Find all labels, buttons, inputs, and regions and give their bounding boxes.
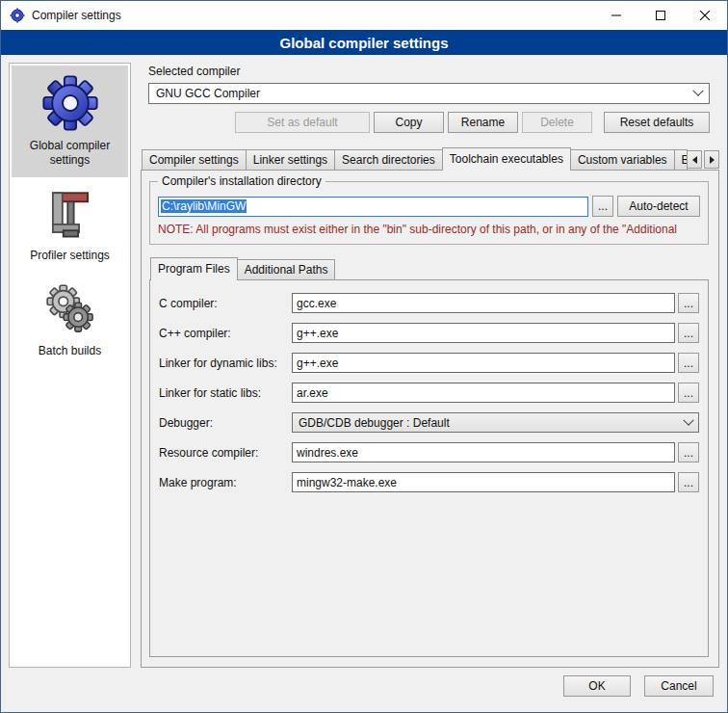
field-value: GDB/CDB debugger : Default (299, 416, 685, 430)
chevron-down-icon (692, 86, 703, 96)
main-tab-bar: Compiler settings Linker settings Search… (141, 147, 719, 170)
c-compiler-browse-button[interactable]: ... (678, 293, 699, 313)
make-program-input[interactable]: mingw32-make.exe (292, 472, 675, 492)
maximize-button[interactable] (638, 1, 683, 30)
program-files-tab-bar: Program Files Additional Paths (149, 257, 709, 279)
selected-text: C:\raylib\MinGW (161, 199, 247, 213)
field-value: ar.exe (297, 386, 328, 400)
note-text: NOTE: All programs must exist either in … (158, 223, 700, 236)
minimize-icon (611, 11, 621, 20)
delete-button[interactable]: Delete (522, 112, 592, 133)
ok-button[interactable]: OK (563, 675, 631, 697)
field-value: windres.exe (297, 446, 358, 460)
linker-static-browse-button[interactable]: ... (678, 383, 699, 403)
close-icon (700, 11, 710, 20)
form-row-linker-static: Linker for static libs: ar.exe ... (159, 383, 699, 403)
resource-compiler-input[interactable]: windres.exe (292, 442, 675, 462)
dialog-footer: OK Cancel (1, 672, 727, 712)
selected-compiler-value: GNU GCC Compiler (156, 87, 694, 100)
cpp-compiler-browse-button[interactable]: ... (678, 323, 699, 343)
clamp-tool-icon (42, 186, 98, 242)
main-panel: Selected compiler GNU GCC Compiler Set a… (141, 63, 719, 668)
selected-compiler-select[interactable]: GNU GCC Compiler (148, 83, 710, 104)
sidebar-item-batch-builds[interactable]: Batch builds (12, 273, 128, 368)
form-row-linker-dynamic: Linker for dynamic libs: g++.exe ... (159, 353, 699, 373)
program-files-panel: C compiler: gcc.exe ... C++ compiler: g+… (149, 279, 709, 657)
set-as-default-button[interactable]: Set as default (235, 112, 370, 133)
gray-gears-icon (42, 281, 98, 337)
debugger-select[interactable]: GDB/CDB debugger : Default (292, 412, 699, 433)
groupbox-title: Compiler's installation directory (158, 174, 325, 188)
form-row-cpp-compiler: C++ compiler: g++.exe ... (159, 323, 699, 343)
arrow-left-icon (692, 156, 697, 164)
minimize-button[interactable] (594, 1, 638, 30)
cpp-compiler-input[interactable]: g++.exe (292, 323, 675, 343)
tab-search-directories[interactable]: Search directories (334, 149, 443, 170)
selected-compiler-label: Selected compiler (148, 65, 710, 78)
field-value: g++.exe (297, 327, 338, 340)
tab-linker-settings[interactable]: Linker settings (246, 149, 335, 170)
form-row-make-program: Make program: mingw32-make.exe ... (159, 472, 699, 492)
resource-compiler-browse-button[interactable]: ... (678, 442, 699, 462)
subtab-additional-paths[interactable]: Additional Paths (237, 259, 336, 279)
installation-directory-input[interactable]: C:\raylib\MinGW (158, 197, 588, 217)
window-icon (10, 8, 25, 23)
make-program-browse-button[interactable]: ... (678, 472, 699, 492)
sidebar-item-label: Batch builds (39, 344, 101, 358)
form-row-resource-compiler: Resource compiler: windres.exe ... (159, 442, 699, 462)
compiler-settings-dialog: Compiler settings Global compiler settin… (0, 0, 728, 713)
tab-scroll-arrows (687, 150, 719, 170)
field-label: C++ compiler: (159, 327, 292, 340)
sidebar-item-global-compiler-settings[interactable]: Global compiler settings (12, 66, 128, 177)
settings-category-sidebar: Global compiler settings Profiler settin… (9, 63, 131, 668)
tab-build-options[interactable]: Build options (674, 149, 688, 170)
blue-gear-icon (41, 74, 99, 132)
linker-dynamic-browse-button[interactable]: ... (678, 353, 699, 373)
close-button[interactable] (683, 1, 727, 30)
compiler-buttons-row: Set as default Copy Rename Delete Reset … (148, 112, 710, 133)
tab-scroll-left-button[interactable] (687, 150, 702, 169)
page-title: Global compiler settings (1, 30, 727, 55)
tab-toolchain-executables[interactable]: Toolchain executables (442, 147, 571, 171)
field-value: g++.exe (297, 356, 338, 370)
sidebar-item-profiler-settings[interactable]: Profiler settings (12, 177, 128, 273)
sidebar-item-label: Global compiler settings (13, 139, 126, 168)
c-compiler-input[interactable]: gcc.exe (292, 293, 675, 313)
tab-compiler-settings[interactable]: Compiler settings (142, 149, 247, 170)
reset-defaults-button[interactable]: Reset defaults (604, 112, 710, 133)
subtab-program-files[interactable]: Program Files (150, 257, 238, 280)
installation-directory-groupbox: Compiler's installation directory C:\ray… (149, 181, 709, 245)
field-label: Linker for static libs: (159, 386, 292, 400)
sidebar-item-label: Profiler settings (30, 249, 110, 263)
form-row-c-compiler: C compiler: gcc.exe ... (159, 293, 699, 313)
field-label: C compiler: (159, 297, 292, 310)
linker-static-input[interactable]: ar.exe (292, 383, 675, 403)
copy-button[interactable]: Copy (374, 112, 444, 133)
field-label: Linker for dynamic libs: (159, 356, 292, 370)
window-title: Compiler settings (32, 9, 121, 22)
rename-button[interactable]: Rename (448, 112, 518, 133)
field-value: gcc.exe (297, 297, 336, 310)
maximize-icon (656, 11, 665, 20)
field-value: mingw32-make.exe (297, 476, 397, 489)
auto-detect-button[interactable]: Auto-detect (617, 196, 700, 217)
arrow-right-icon (710, 156, 715, 164)
cancel-button[interactable]: Cancel (644, 675, 714, 697)
tab-scroll-right-button[interactable] (704, 150, 719, 169)
installation-directory-browse-button[interactable]: ... (592, 196, 613, 217)
toolchain-executables-panel: Compiler's installation directory C:\ray… (141, 170, 719, 668)
form-row-debugger: Debugger: GDB/CDB debugger : Default (159, 412, 699, 433)
field-label: Resource compiler: (159, 446, 292, 460)
field-label: Debugger: (159, 416, 292, 430)
title-bar[interactable]: Compiler settings (1, 1, 727, 30)
field-label: Make program: (159, 476, 292, 489)
chevron-down-icon (683, 414, 693, 425)
linker-dynamic-input[interactable]: g++.exe (292, 353, 675, 373)
tab-custom-variables[interactable]: Custom variables (570, 149, 675, 170)
